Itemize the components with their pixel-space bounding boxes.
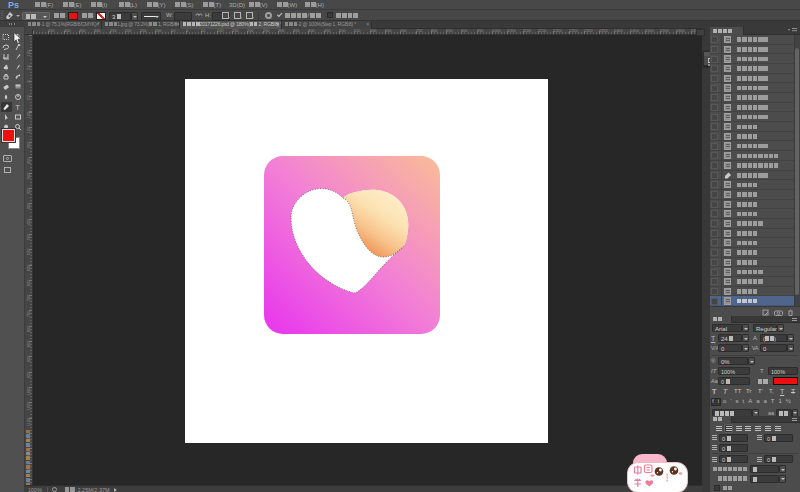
- svg-text:T: T: [16, 104, 21, 111]
